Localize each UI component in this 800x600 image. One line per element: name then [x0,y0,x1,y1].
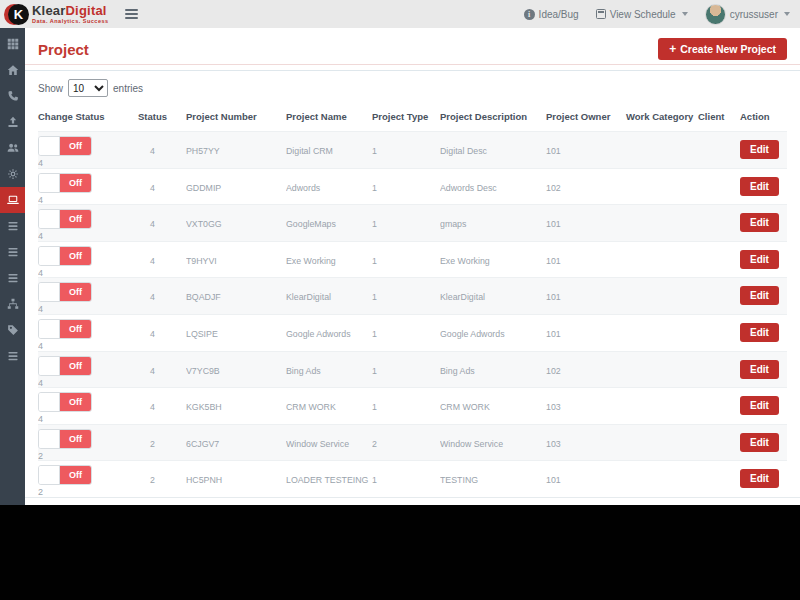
change-status-cell: Off 4 [38,205,138,241]
status-toggle[interactable]: Off [38,136,92,156]
sidebar-item-list[interactable] [0,265,25,291]
sidebar-item-tag[interactable] [0,317,25,343]
status-toggle[interactable]: Off [38,246,92,266]
edit-button[interactable]: Edit [740,360,779,379]
sidebar-item-home[interactable] [0,57,25,83]
toggle-knob [39,393,60,411]
sidebar-item-phone[interactable] [0,83,25,109]
laptop-icon [7,194,19,206]
sidebar-nav [0,28,25,505]
status-toggle[interactable]: Off [38,282,92,302]
column-header-status: Status [138,111,186,122]
toggle-off-label: Off [60,137,91,155]
status-toggle[interactable]: Off [38,429,92,449]
project-name-cell: GoogleMaps [286,205,372,241]
project-name-cell: CRM WORK [286,388,372,424]
edit-button[interactable]: Edit [740,177,779,196]
status-note: 2 [38,487,138,497]
page-title: Project [38,41,89,58]
sidebar-item-list[interactable] [0,239,25,265]
toggle-knob [39,430,60,448]
edit-button[interactable]: Edit [740,323,779,342]
status-toggle[interactable]: Off [38,173,92,193]
sidebar-item-list[interactable] [0,343,25,369]
edit-button[interactable]: Edit [740,140,779,159]
client-cell [698,132,740,168]
username-label: cyrussuser [730,9,778,20]
project-name-cell: KlearDigital [286,278,372,314]
sidebar-item-list[interactable] [0,213,25,239]
action-cell: Edit [740,352,787,388]
work-category-cell [626,169,698,205]
sidebar-item-upload[interactable] [0,109,25,135]
status-toggle[interactable]: Off [38,465,92,485]
work-category-cell [626,352,698,388]
toggle-off-label: Off [60,357,91,375]
sidebar-item-users[interactable] [0,135,25,161]
table-row: Off 4 4 T9HYVI Exe Working 1 Exe Working… [38,241,787,278]
status-toggle[interactable]: Off [38,319,92,339]
view-schedule-menu[interactable]: View Schedule [596,9,688,20]
action-cell: Edit [740,242,787,278]
brand-logo[interactable]: K KlearDigital Data. Analytics. Success [4,3,109,26]
change-status-cell: Off 4 [38,242,138,278]
hamburger-menu-icon[interactable] [125,7,138,21]
brand-logo-icon: K [4,3,27,26]
action-cell: Edit [740,169,787,205]
table-row: Off 4 4 LQSIPE Google Adwords 1 Google A… [38,314,787,351]
table-row: Off 4 4 BQADJF KlearDigital 1 KlearDigit… [38,277,787,314]
project-description-cell: TESTING [440,461,546,497]
sidebar-item-sitemap[interactable] [0,291,25,317]
show-label: Show [38,83,63,94]
edit-button[interactable]: Edit [740,250,779,269]
sidebar-item-laptop-active[interactable] [0,187,25,213]
edit-button[interactable]: Edit [740,286,779,305]
edit-button[interactable]: Edit [740,213,779,232]
edit-button[interactable]: Edit [740,433,779,452]
status-toggle[interactable]: Off [38,392,92,412]
upload-icon [7,116,19,128]
status-cell: 4 [138,352,186,388]
status-note: 4 [38,414,138,424]
status-cell: 4 [138,388,186,424]
phone-icon [7,90,19,102]
entries-select[interactable]: 10 [68,79,108,97]
project-type-cell: 1 [372,461,440,497]
project-description-cell: CRM WORK [440,388,546,424]
sidebar-item-grid[interactable] [0,31,25,57]
user-menu[interactable]: cyrussuser [705,4,790,25]
status-toggle[interactable]: Off [38,209,92,229]
status-cell: 2 [138,461,186,497]
project-type-cell: 1 [372,242,440,278]
sidebar-item-gears[interactable] [0,161,25,187]
brand-tagline: Data. Analytics. Success [32,19,109,25]
idea-bug-label: Idea/Bug [539,9,579,20]
project-number-cell: KGK5BH [186,388,286,424]
avatar [705,4,726,25]
project-number-cell: V7YC9B [186,352,286,388]
client-cell [698,461,740,497]
project-description-cell: Bing Ads [440,352,546,388]
table-row: Off 4 4 VXT0GG GoogleMaps 1 gmaps 101 Ed… [38,204,787,241]
change-status-cell: Off 4 [38,169,138,205]
view-schedule-label: View Schedule [610,9,676,20]
create-new-project-button[interactable]: Create New Project [658,38,787,60]
info-icon [524,9,535,20]
project-number-cell: 6CJGV7 [186,425,286,461]
project-name-cell: Bing Ads [286,352,372,388]
project-name-cell: Adwords [286,169,372,205]
status-toggle[interactable]: Off [38,356,92,376]
idea-bug-link[interactable]: Idea/Bug [524,9,579,20]
change-status-cell: Off 2 [38,425,138,461]
edit-button[interactable]: Edit [740,396,779,415]
logo-k-circle: K [8,4,29,25]
client-cell [698,425,740,461]
toggle-off-label: Off [60,174,91,192]
create-new-project-label: Create New Project [680,43,776,55]
project-number-cell: GDDMIP [186,169,286,205]
column-header-action: Action [740,111,787,122]
table-header-row: Change Status Status Project Number Proj… [38,103,787,131]
edit-button[interactable]: Edit [740,469,779,488]
chevron-down-icon [682,12,688,16]
client-cell [698,315,740,351]
